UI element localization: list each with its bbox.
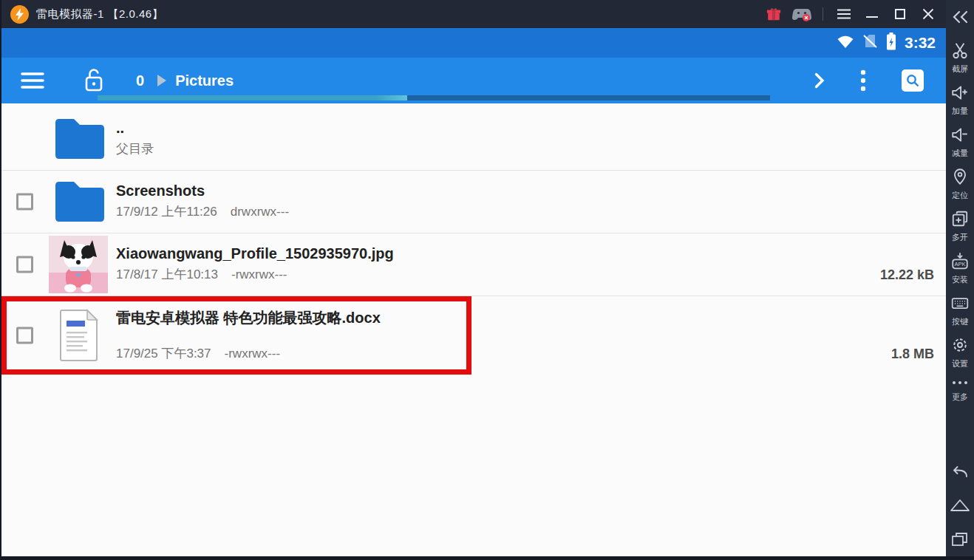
file-permissions: -rwxrwx---	[225, 346, 281, 361]
file-permissions: drwxrwx---	[231, 205, 289, 219]
file-name: 雷电安卓模拟器 特色功能最强攻略.docx	[116, 308, 381, 328]
sidebar-item-screenshot[interactable]: 截屏	[950, 41, 970, 73]
settings-gear-icon	[950, 335, 970, 358]
forward-chevron-icon[interactable]	[814, 72, 825, 89]
sidebar-item-settings[interactable]: 设置	[950, 335, 970, 368]
sidebar-item-install-apk[interactable]: APK 安装	[950, 251, 970, 284]
keyboard-icon	[950, 293, 970, 315]
volume-up-icon	[950, 83, 970, 105]
file-name: Screenshots	[116, 182, 205, 199]
hamburger-menu-icon[interactable]	[21, 72, 44, 89]
maximize-button[interactable]	[888, 3, 912, 25]
search-button[interactable]	[902, 69, 924, 92]
sidebar-item-location[interactable]: 定位	[950, 167, 970, 199]
file-meta: 17/9/25 下午3:37-rwxrwx---	[116, 345, 280, 362]
image-thumbnail	[49, 238, 108, 291]
folder-icon	[49, 175, 108, 228]
file-meta: 17/8/17 上午10:13-rwxrwx---	[116, 266, 287, 283]
document-icon	[49, 309, 108, 362]
titlebar-separator	[823, 7, 823, 21]
location-pin-icon	[950, 167, 970, 189]
file-list: .. 父目录 Screenshots 17/9/12 上午11:26drwxrw…	[1, 103, 946, 556]
window-titlebar: 雷电模拟器-1 【2.0.46】	[1, 0, 946, 28]
battery-charging-icon	[886, 33, 896, 53]
breadcrumb-arrow-icon	[157, 75, 166, 86]
sidebar-item-keymapping[interactable]: 按键	[950, 293, 970, 326]
svg-text:APK: APK	[954, 261, 965, 267]
file-permissions: -rwxrwx---	[231, 267, 287, 281]
sim-signal-icon	[862, 34, 878, 52]
current-folder-label[interactable]: Pictures	[175, 72, 234, 89]
status-bar-clock: 3:32	[905, 34, 936, 52]
storage-progress-bar	[98, 95, 770, 100]
row-checkbox[interactable]	[16, 327, 33, 344]
file-manager-toolbar: 0 Pictures	[1, 58, 946, 103]
file-row-parent-directory[interactable]: .. 父目录	[1, 108, 946, 171]
file-name: ..	[116, 120, 124, 137]
sidebar-item-volume-down[interactable]: 减量	[950, 125, 970, 157]
sidebar-item-multi-instance[interactable]: 多开	[950, 209, 970, 242]
file-row-docx-highlighted[interactable]: 雷电安卓模拟器 特色功能最强攻略.docx 17/9/25 下午3:37-rwx…	[1, 296, 946, 375]
sidebar-collapse-icon[interactable]	[951, 6, 969, 28]
window-title: 雷电模拟器-1 【2.0.46】	[36, 7, 163, 21]
sidebar-item-volume-up[interactable]: 加量	[950, 83, 970, 115]
android-status-bar: 3:32	[1, 28, 946, 58]
close-button[interactable]	[916, 3, 940, 25]
ldplayer-logo-icon	[10, 5, 29, 24]
emulator-sidebar: 截屏 加量 减量	[946, 0, 974, 556]
recent-apps-button[interactable]	[949, 530, 971, 549]
row-checkbox[interactable]	[16, 256, 33, 273]
minimize-button[interactable]	[860, 3, 884, 25]
emulator-screen: 雷电模拟器-1 【2.0.46】	[1, 0, 946, 556]
emulator-window: 雷电模拟器-1 【2.0.46】	[0, 0, 974, 560]
row-checkbox[interactable]	[16, 194, 33, 211]
multi-instance-icon	[950, 209, 970, 231]
file-row-jpg[interactable]: Xiaowangwang_Profile_1502935970.jpg 17/8…	[1, 233, 946, 296]
file-row-screenshots[interactable]: Screenshots 17/9/12 上午11:26drwxrwx---	[1, 171, 946, 233]
apk-install-icon: APK	[950, 251, 970, 273]
window-menu-button[interactable]	[832, 3, 856, 25]
gamepad-icon[interactable]	[790, 3, 814, 25]
back-button[interactable]	[949, 462, 971, 481]
scissors-icon	[950, 41, 970, 63]
file-meta: 17/9/12 上午11:26drwxrwx---	[116, 203, 289, 220]
folder-icon	[49, 112, 108, 165]
file-meta: 父目录	[116, 140, 154, 157]
file-date: 17/9/25 下午3:37	[116, 346, 211, 361]
volume-down-icon	[950, 125, 970, 147]
gift-icon[interactable]	[762, 3, 786, 25]
overflow-menu-icon[interactable]	[860, 69, 866, 92]
android-nav-buttons	[949, 462, 971, 549]
tab-count[interactable]: 0	[136, 72, 144, 89]
file-name: Xiaowangwang_Profile_1502935970.jpg	[116, 245, 394, 262]
file-size: 1.8 MB	[891, 346, 934, 362]
home-button[interactable]	[949, 496, 971, 515]
unlock-icon[interactable]	[83, 68, 105, 93]
more-dots-icon	[950, 378, 970, 391]
wifi-icon	[837, 34, 854, 52]
file-size: 12.22 kB	[880, 267, 934, 283]
sidebar-item-more[interactable]: 更多	[950, 378, 970, 401]
file-date: 17/9/12 上午11:26	[116, 205, 217, 219]
storage-progress-fill	[98, 95, 407, 100]
breadcrumb[interactable]: 0 Pictures	[136, 72, 234, 89]
file-date: 17/8/17 上午10:13	[116, 267, 218, 281]
